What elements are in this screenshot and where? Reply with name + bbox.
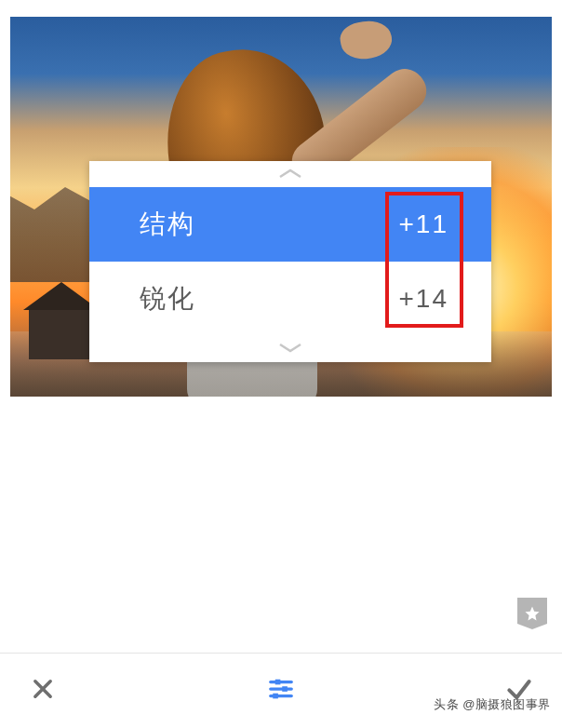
sliders-icon	[267, 675, 295, 707]
adjustments-button[interactable]	[259, 668, 303, 713]
param-value: +14	[399, 284, 449, 314]
top-spacer	[0, 0, 562, 17]
panel-scroll-down[interactable]	[89, 336, 491, 362]
image-preview[interactable]: 结构 +11 锐化 +14	[10, 17, 552, 397]
close-icon	[30, 676, 56, 706]
cancel-button[interactable]	[20, 668, 65, 713]
svg-rect-3	[275, 680, 281, 685]
canvas-empty-area	[0, 397, 562, 653]
confirm-button[interactable]	[497, 668, 542, 713]
panel-scroll-up[interactable]	[89, 161, 491, 187]
svg-rect-5	[273, 694, 278, 699]
param-row-sharpen[interactable]: 锐化 +14	[89, 262, 491, 336]
param-label: 结构	[140, 207, 195, 242]
check-icon	[504, 674, 534, 708]
chevron-down-icon	[278, 341, 302, 357]
favorite-preset-button[interactable]	[517, 598, 547, 629]
param-label: 锐化	[140, 281, 195, 317]
param-value: +11	[399, 209, 449, 239]
svg-rect-4	[282, 686, 288, 692]
param-row-structure[interactable]: 结构 +11	[89, 187, 491, 262]
preview-house	[29, 308, 94, 359]
star-icon	[524, 605, 541, 622]
chevron-up-icon	[278, 166, 302, 182]
adjustment-panel: 结构 +11 锐化 +14	[89, 161, 491, 362]
bottom-toolbar	[0, 653, 562, 728]
